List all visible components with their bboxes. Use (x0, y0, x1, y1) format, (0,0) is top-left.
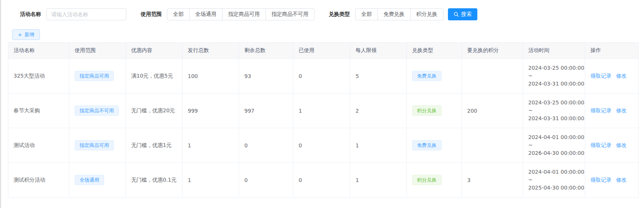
operation-cell: 领取记录修改 (585, 128, 639, 163)
time-end: 2024-03-31 00:00:00 (528, 115, 580, 122)
claim-records-link[interactable]: 领取记录 (590, 73, 612, 79)
search-icon (454, 12, 459, 17)
remaining-total-cell: 997 (239, 93, 293, 128)
per-person-limit-cell: 5 (350, 59, 407, 93)
time-end: 2025-04-30 00:00:00 (528, 184, 580, 192)
time-end: 2024-03-31 00:00:00 (528, 80, 580, 88)
used-count-cell: 0 (293, 59, 350, 93)
activity-name-cell: 春节大采购 (8, 93, 69, 128)
activity-name-input[interactable] (46, 8, 126, 20)
table-header: 活动名称使用范围优惠内容发行总数剩余总数已使用每人限领兑换类型要兑换的积分活动时… (8, 43, 639, 59)
exchange-type-tag: 免费兑换 (412, 71, 442, 81)
column-header-9: 活动时间 (523, 43, 585, 59)
usage-scope-tag: 指定商品可用 (75, 71, 114, 81)
usage-scope-cell: 指定商品可用 (69, 59, 126, 93)
time-start: 2024-04-01 00:00:00 (528, 168, 580, 176)
column-header-8: 要兑换的积分 (462, 43, 523, 59)
activity-name-label: 活动名称 (20, 11, 41, 18)
activity-table: 活动名称使用范围优惠内容发行总数剩余总数已使用每人限领兑换类型要兑换的积分活动时… (8, 42, 639, 197)
per-person-limit-cell: 1 (350, 128, 407, 163)
discount-content-cell: 无门槛，优惠20元 (126, 93, 182, 128)
column-header-0: 活动名称 (8, 43, 69, 59)
activity-time-cell: 2024-04-01 00:00:00~2025-04-30 00:00:00 (523, 163, 585, 197)
issued-total-cell: 100 (182, 59, 239, 93)
column-header-5: 已使用 (293, 43, 350, 59)
time-start: 2024-03-25 00:00:00 (528, 99, 580, 107)
activity-name-cell: 325大型活动 (8, 59, 69, 93)
search-button-label: 搜索 (461, 11, 472, 18)
column-header-10: 操作 (585, 43, 639, 59)
usage-scope-button-group: 全部全场通用指定商品可用指定商品不可用 (167, 8, 314, 20)
scope-option-3[interactable]: 指定商品不可用 (265, 8, 314, 20)
claim-records-link[interactable]: 领取记录 (590, 142, 612, 148)
time-start: 2024-04-01 00:00:00 (528, 133, 580, 141)
table-row: 春节大采购指定商品不可用无门槛，优惠20元99999712积分兑换2002024… (8, 93, 639, 128)
column-header-4: 剩余总数 (239, 43, 293, 59)
issued-total-cell: 1 (182, 163, 239, 197)
plus-icon: + (18, 32, 22, 37)
activity-time-cell: 2024-03-25 00:00:00~2024-03-31 00:00:00 (523, 59, 585, 93)
time-separator: ~ (528, 176, 580, 184)
claim-records-link[interactable]: 领取记录 (590, 177, 612, 183)
type-option-1[interactable]: 免费兑换 (377, 8, 411, 20)
required-points-cell: 200 (462, 93, 523, 128)
scope-option-0[interactable]: 全部 (167, 8, 190, 20)
column-header-6: 每人限领 (350, 43, 407, 59)
add-button-label: 新增 (25, 31, 34, 38)
scope-option-2[interactable]: 指定商品可用 (222, 8, 266, 20)
usage-scope-cell: 指定商品可用 (69, 128, 126, 163)
column-header-1: 使用范围 (69, 43, 126, 59)
modify-link[interactable]: 修改 (616, 107, 627, 113)
search-button[interactable]: 搜索 (448, 8, 477, 20)
table-row: 325大型活动指定商品可用满10元，优惠5元1009305免费兑换2024-03… (8, 59, 639, 93)
activity-name-cell: 测试活动 (8, 128, 69, 163)
time-start: 2024-03-25 00:00:00 (528, 64, 580, 72)
remaining-total-cell: 0 (239, 128, 293, 163)
exchange-type-tag: 免费兑换 (412, 140, 442, 150)
required-points-cell (462, 59, 523, 93)
operation-cell: 领取记录修改 (585, 59, 639, 93)
scope-option-1[interactable]: 全场通用 (189, 8, 222, 20)
discount-content-cell: 无门槛，优惠0.1元 (126, 163, 182, 197)
modify-link[interactable]: 修改 (616, 142, 627, 148)
coupon-activity-page: 活动名称 使用范围 全部全场通用指定商品可用指定商品不可用 兑换类型 全部免费兑… (0, 0, 644, 208)
per-person-limit-cell: 2 (350, 93, 407, 128)
remaining-total-cell: 93 (239, 59, 293, 93)
exchange-type-cell: 免费兑换 (407, 128, 462, 163)
column-header-2: 优惠内容 (126, 43, 182, 59)
issued-total-cell: 1 (182, 128, 239, 163)
table-row: 测试积分活动全场通用无门槛，优惠0.1元1001积分兑换32024-04-01 … (8, 163, 639, 197)
time-separator: ~ (528, 141, 580, 149)
used-count-cell: 1 (293, 93, 350, 128)
required-points-cell (462, 128, 523, 163)
exchange-type-tag: 积分兑换 (412, 106, 442, 116)
per-person-limit-cell: 1 (350, 163, 407, 197)
type-option-0[interactable]: 全部 (355, 8, 378, 20)
discount-content-cell: 无门槛，优惠1元 (126, 128, 182, 163)
table-header-row: 活动名称使用范围优惠内容发行总数剩余总数已使用每人限领兑换类型要兑换的积分活动时… (8, 43, 639, 59)
add-button[interactable]: + 新增 (12, 29, 40, 40)
time-end: 2026-04-30 00:00:00 (528, 149, 580, 157)
exchange-type-label: 兑换类型 (329, 11, 350, 18)
time-separator: ~ (528, 72, 580, 80)
activity-time-cell: 2024-04-01 00:00:00~2026-04-30 00:00:00 (523, 128, 585, 163)
exchange-type-button-group: 全部免费兑换积分兑换 (355, 8, 443, 20)
column-header-7: 兑换类型 (407, 43, 462, 59)
modify-link[interactable]: 修改 (616, 73, 627, 79)
operation-cell: 领取记录修改 (585, 93, 639, 128)
exchange-type-cell: 积分兑换 (407, 93, 462, 128)
activity-name-cell: 测试积分活动 (8, 163, 69, 197)
time-separator: ~ (528, 107, 580, 115)
usage-scope-cell: 全场通用 (69, 163, 126, 197)
filter-bar: 活动名称 使用范围 全部全场通用指定商品可用指定商品不可用 兑换类型 全部免费兑… (1, 0, 644, 20)
issued-total-cell: 999 (182, 93, 239, 128)
modify-link[interactable]: 修改 (616, 177, 627, 183)
type-option-2[interactable]: 积分兑换 (410, 8, 443, 20)
column-header-3: 发行总数 (182, 43, 239, 59)
usage-scope-tag: 全场通用 (75, 175, 104, 185)
usage-scope-cell: 指定商品不可用 (69, 93, 126, 128)
usage-scope-tag: 指定商品可用 (75, 140, 114, 150)
activity-time-cell: 2024-03-25 00:00:00~2024-03-31 00:00:00 (523, 93, 585, 128)
claim-records-link[interactable]: 领取记录 (590, 107, 612, 113)
usage-scope-tag: 指定商品不可用 (75, 106, 119, 116)
